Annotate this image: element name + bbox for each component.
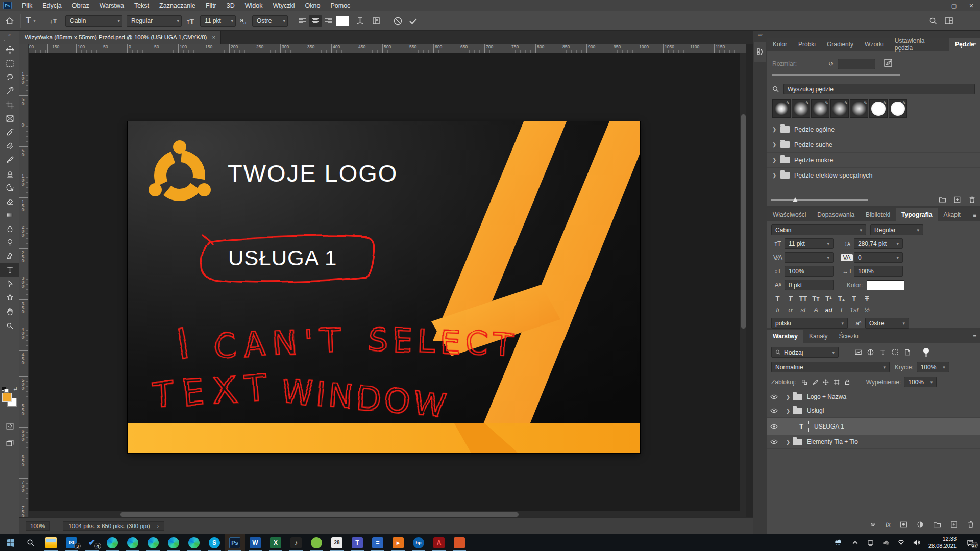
font-size-select[interactable]: 11 pkt▾ [200,11,236,31]
panel-tab[interactable]: Warstwy [767,330,803,343]
panel-tab[interactable]: Akapit [938,208,966,221]
maximize-button[interactable]: ▢ [945,0,963,11]
panel-menu-icon[interactable]: ≡ [973,333,976,340]
char-color-swatch[interactable] [867,280,904,290]
brush-preset-tile[interactable]: ✎ [869,99,888,118]
menu-item[interactable]: Obraz [67,0,94,11]
char-vscale-field[interactable]: 100% [785,266,834,277]
preview-size-slider[interactable] [771,199,868,201]
history-brush-tool-icon[interactable] [0,181,19,194]
panel-tab[interactable]: Ścieżki [834,330,864,343]
filter-type-icon[interactable] [876,348,889,356]
filter-shape-icon[interactable] [889,348,901,356]
todo-icon[interactable]: ✔ 4 [82,534,102,551]
eyedropper-tool-icon[interactable] [0,126,19,139]
menu-item[interactable]: Wtyczki [268,0,300,11]
wifi-icon[interactable] [894,534,909,551]
delete-brush-icon[interactable] [968,196,976,204]
font-style-select[interactable]: Regular▾ [127,11,182,31]
align-left-icon[interactable] [296,15,308,27]
style-button[interactable]: T [861,295,873,303]
minimize-button[interactable]: ─ [928,0,945,11]
opentype-button[interactable]: ơ [784,306,797,314]
skype-icon[interactable]: S [204,534,225,551]
search-button[interactable] [20,534,41,551]
char-kerning-select[interactable]: ▾ [785,252,834,263]
lock-artboard-icon[interactable] [831,379,842,386]
menu-item[interactable]: Plik [17,0,37,11]
brush-preset-tile[interactable]: ✎ [792,99,810,118]
lock-transparency-icon[interactable] [799,379,810,386]
action-center-icon[interactable]: 27 [961,534,980,551]
visibility-eye-icon[interactable] [767,435,781,448]
char-font-family-select[interactable]: Cabin▾ [771,224,866,235]
visibility-eye-icon[interactable] [767,390,781,404]
type-tool-icon[interactable] [0,263,19,277]
panel-menu-icon[interactable]: ≡ [973,212,976,219]
char-anti-alias-select[interactable]: Ostre▾ [865,318,909,329]
edge-browser-icon[interactable] [102,534,122,551]
hidden-icons-chevron[interactable] [848,534,863,551]
brush-tool-icon[interactable] [0,153,19,167]
lock-all-icon[interactable] [842,379,853,386]
acrobat-icon[interactable]: A [429,534,449,551]
vertical-ruler[interactable]: 1005005010015020025030035040045050055060… [19,53,29,517]
opentype-button[interactable]: A [810,306,822,314]
layer-row[interactable]: ❯ Logo + Nazwa [767,390,980,404]
onedrive-icon[interactable] [878,534,894,551]
weather-icon[interactable] [828,534,848,551]
quick-selection-tool-icon[interactable] [0,84,19,98]
disclosure-icon[interactable]: ❯ [772,127,780,132]
style-button[interactable]: T [848,295,861,303]
expand-panels-icon[interactable]: «« [753,31,767,38]
eraser-tool-icon[interactable] [0,194,19,208]
style-button[interactable]: Tᴛ [810,295,822,303]
char-baseline-field[interactable]: 0 pkt [785,280,834,290]
tab-close-icon[interactable]: × [212,34,215,40]
brush-preset-tile[interactable]: ✎ [811,99,829,118]
type-tool-preset-icon[interactable]: T▾ [26,11,35,31]
workspace-icon[interactable] [944,11,953,31]
shape-tool-icon[interactable] [0,291,19,305]
opentype-button[interactable]: 1st [848,306,861,314]
commit-icon[interactable] [408,11,418,31]
text-color-swatch[interactable] [336,11,349,31]
opentype-button[interactable]: st [797,306,810,314]
edge-browser-icon[interactable] [184,534,204,551]
frame-tool-icon[interactable] [0,112,19,126]
cast-icon[interactable] [863,534,878,551]
panel-tab[interactable]: Kanały [803,330,834,343]
mail-icon[interactable]: ✉ 3 [61,534,82,551]
move-tool-icon[interactable] [0,43,19,57]
store-app-icon[interactable] [449,534,470,551]
photoshop-icon[interactable]: Ps [225,534,245,551]
blend-mode-select[interactable]: Normalnie▾ [771,362,890,372]
filter-adjustment-icon[interactable] [864,348,876,356]
layer-effects-icon[interactable]: fx [886,520,891,528]
layer-row[interactable]: ❯ Elementy Tła + Tło [767,435,980,449]
panel-tab[interactable]: Dopasowania [812,208,860,221]
brush-preset-tile[interactable]: ✎ [772,99,791,118]
style-button[interactable]: TT [797,295,810,303]
close-button[interactable]: ✕ [963,0,980,11]
char-font-style-select[interactable]: Regular▾ [870,224,923,235]
search-icon[interactable] [929,11,938,31]
marquee-tool-icon[interactable] [0,57,19,70]
brush-folder-row[interactable]: ❯ Pędzle ogólne [767,122,980,137]
horizontal-ruler[interactable]: 2001501005005010015020025030035040045050… [29,44,746,53]
vertical-scrollbar[interactable] [740,53,746,517]
layer-mask-icon[interactable] [899,520,908,529]
excel-icon[interactable]: X [265,534,286,551]
screen-mode-icon[interactable] [0,436,19,450]
brush-folder-row[interactable]: ❯ Pędzle mokre [767,153,980,168]
teams-icon[interactable]: T [347,534,368,551]
disclosure-icon[interactable]: ❯ [783,408,793,414]
file-explorer-icon[interactable] [41,534,61,551]
menu-item[interactable]: Okno [300,0,326,11]
style-button[interactable]: T₁ [835,295,848,303]
business-card-canvas[interactable]: TWOJE LOGO USŁUGA 1 ICAN'TSELECTTEXTWIND… [128,121,640,453]
edge-browser-icon[interactable] [122,534,143,551]
delete-layer-icon[interactable] [967,520,975,529]
toolbar-collapse-chevrons[interactable]: » [0,31,19,38]
anti-alias-select[interactable]: Ostre▾ [252,11,288,31]
